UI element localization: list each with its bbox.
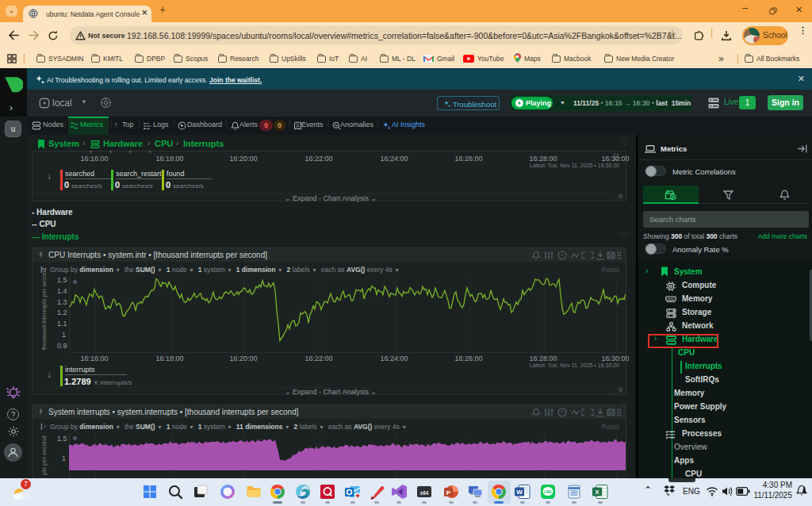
svg-text:W: W: [516, 489, 523, 496]
svg-text:P: P: [446, 489, 451, 496]
svg-text:X: X: [595, 489, 599, 496]
svg-text:x64: x64: [420, 490, 429, 496]
svg-text:LINE: LINE: [544, 490, 552, 494]
